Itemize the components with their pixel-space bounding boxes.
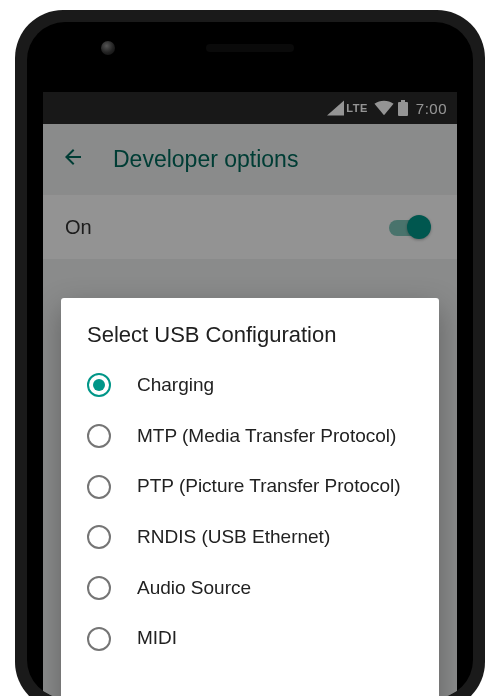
option-charging[interactable]: Charging bbox=[61, 360, 439, 411]
option-label: Audio Source bbox=[137, 576, 251, 601]
option-audio-source[interactable]: Audio Source bbox=[61, 563, 439, 614]
radio-icon bbox=[87, 627, 111, 651]
option-label: Charging bbox=[137, 373, 214, 398]
option-midi[interactable]: MIDI bbox=[61, 613, 439, 664]
option-rndis[interactable]: RNDIS (USB Ethernet) bbox=[61, 512, 439, 563]
option-label: RNDIS (USB Ethernet) bbox=[137, 525, 330, 550]
option-label: MIDI bbox=[137, 626, 177, 651]
radio-icon bbox=[87, 373, 111, 397]
radio-icon bbox=[87, 424, 111, 448]
option-label: MTP (Media Transfer Protocol) bbox=[137, 424, 396, 449]
earpiece-speaker bbox=[206, 44, 294, 52]
usb-config-dialog: Select USB Configuration Charging MTP (M… bbox=[61, 298, 439, 696]
radio-icon bbox=[87, 475, 111, 499]
option-label: PTP (Picture Transfer Protocol) bbox=[137, 474, 401, 499]
option-ptp[interactable]: PTP (Picture Transfer Protocol) bbox=[61, 461, 439, 512]
phone-frame: LTE 7:00 Developer options On bbox=[15, 10, 485, 696]
screen: LTE 7:00 Developer options On bbox=[43, 92, 457, 696]
option-mtp[interactable]: MTP (Media Transfer Protocol) bbox=[61, 411, 439, 462]
phone-bezel: LTE 7:00 Developer options On bbox=[27, 22, 473, 696]
radio-icon bbox=[87, 525, 111, 549]
front-camera bbox=[101, 41, 115, 55]
radio-icon bbox=[87, 576, 111, 600]
dialog-title: Select USB Configuration bbox=[61, 322, 439, 360]
phone-top-hardware bbox=[27, 44, 473, 52]
